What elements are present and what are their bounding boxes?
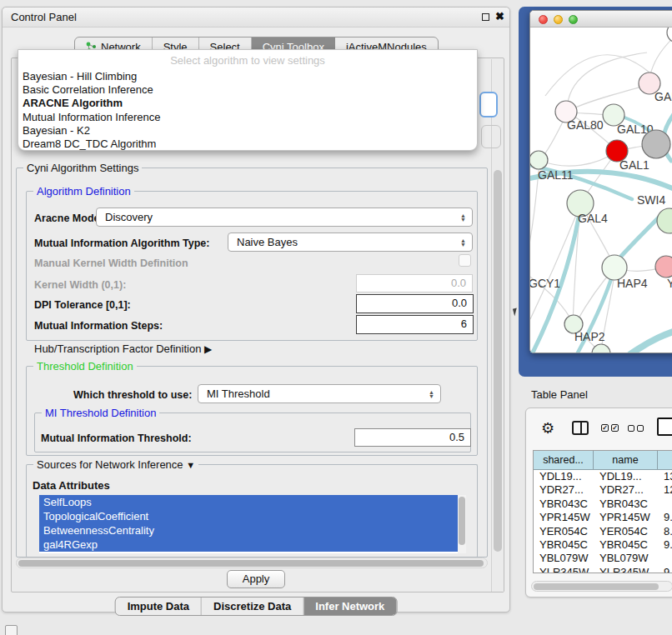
table-panel-title: Table Panel [531, 388, 588, 401]
table-scrollbar-thumb[interactable] [534, 583, 659, 590]
deselect-all-icon[interactable] [628, 425, 644, 432]
mi-algorithm-type-combo[interactable]: Naive Bayes ▲▼ [228, 232, 473, 252]
column-header-name[interactable]: name [594, 451, 658, 469]
gear-icon[interactable]: ⚙ [541, 419, 554, 438]
data-attribute-item[interactable]: TopologicalCoefficient [39, 509, 458, 523]
zoom-traffic-light[interactable] [569, 15, 578, 24]
tab-impute-data[interactable]: Impute Data [116, 598, 202, 615]
tab-discretize-data[interactable]: Discretize Data [202, 598, 303, 615]
table-cell: YPR145W [594, 511, 658, 524]
vertical-scrollbar-thumb[interactable] [494, 170, 502, 552]
sources-toggle[interactable]: Sources for Network Inference ▼ [33, 458, 198, 471]
table-cell: 8. [658, 525, 672, 538]
dpi-tolerance-label: DPI Tolerance [0,1]: [34, 299, 131, 311]
control-panel-title: Control Panel [11, 11, 77, 23]
node-table[interactable]: shared... name A YDL19...YDL19...13YDR27… [533, 450, 672, 573]
manual-kernel-checkbox[interactable] [459, 254, 471, 267]
table-function-icon[interactable] [657, 418, 672, 436]
expanded-arrow-icon: ▼ [186, 460, 195, 470]
data-attributes-label: Data Attributes [33, 479, 110, 492]
stepper-arrows-icon: ▲▼ [429, 390, 434, 398]
network-node[interactable] [667, 28, 672, 42]
table-row[interactable]: YBR045CYBR045C9. [534, 538, 672, 552]
table-row[interactable]: YPR145WYPR145W9. [534, 511, 672, 524]
close-traffic-light[interactable] [539, 15, 548, 24]
network-node-swi4[interactable] [657, 208, 672, 233]
table-row[interactable]: YBR043CYBR043C [534, 498, 672, 511]
network-node[interactable] [642, 130, 670, 158]
horizontal-scrollbar[interactable] [16, 558, 488, 568]
minimized-panel-icon[interactable] [5, 625, 18, 635]
minimize-traffic-light[interactable] [554, 15, 563, 24]
inference-algorithm-combo-fragment[interactable] [479, 92, 498, 118]
data-attribute-item[interactable]: BetweennessCentrality [39, 523, 458, 538]
network-window: GALGAL80GAL10GAL1GAL11GAL4SWI4GCY1HAP4YH… [529, 10, 672, 353]
kernel-width-field[interactable]: 0.0 [356, 274, 473, 292]
group-title: MI Threshold Definition [42, 407, 159, 419]
list-scrollbar[interactable] [458, 495, 466, 553]
table-header-row: shared... name A [534, 451, 672, 470]
mouse-cursor [513, 308, 519, 317]
data-attribute-item[interactable]: gal4RGexp [39, 538, 458, 552]
which-threshold-combo[interactable]: MI Threshold ▲▼ [198, 384, 441, 403]
mi-threshold-field[interactable]: 0.5 [354, 428, 471, 447]
stepper-arrows-icon: ▲▼ [460, 238, 466, 247]
table-horizontal-scrollbar[interactable] [531, 581, 672, 592]
screen: Control Panel ✖ Network Style Select Cyn… [0, 0, 672, 635]
table-cell: YDL19... [534, 470, 594, 483]
data-attributes-list[interactable]: SelfLoopsTopologicalCoefficientBetweenne… [39, 495, 466, 553]
mi-threshold-label: Mutual Information Threshold: [41, 432, 192, 444]
network-node-gal11[interactable] [530, 151, 548, 169]
control-panel-titlebar: Control Panel ✖ [3, 8, 509, 28]
algorithm-menu-item[interactable]: Bayesian - Hill Climbing [18, 70, 477, 83]
algorithm-menu-item[interactable]: ARACNE Algorithm [18, 97, 477, 110]
algorithm-dropdown-prompt: Select algorithm to view settings [18, 54, 477, 70]
kernel-width-label: Kernel Width (0,1): [34, 279, 126, 291]
tab-infer-network[interactable]: Infer Network [303, 598, 396, 615]
dpi-tolerance-field[interactable]: 0.0 [356, 294, 474, 313]
group-title: Cyni Algorithm Settings [23, 162, 142, 174]
algorithm-menu-item[interactable]: Dream8 DC_TDC Algorithm [18, 138, 477, 151]
column-header-shared-name[interactable]: shared... [534, 451, 594, 469]
horizontal-scrollbar-thumb[interactable] [18, 560, 484, 567]
column-selector-icon[interactable] [572, 421, 589, 435]
mi-steps-field[interactable]: 6 [356, 315, 474, 334]
node-label: GAL1 [619, 158, 649, 172]
table-row[interactable]: YDR27...YDR27...12 [534, 483, 672, 497]
algorithm-menu-item[interactable]: Mutual Information Inference [18, 111, 477, 124]
aracne-mode-label: Aracne Mode: [34, 212, 103, 224]
table-cell: 12 [658, 483, 672, 497]
which-threshold-label: Which threshold to use: [73, 389, 192, 401]
cyni-bottom-tabs: Impute Data Discretize Data Infer Networ… [115, 597, 398, 616]
network-node-y[interactable] [655, 256, 672, 278]
list-scrollbar-thumb[interactable] [459, 497, 465, 545]
table-row[interactable]: YBL079WYBL079W [534, 552, 672, 565]
network-canvas[interactable]: GALGAL80GAL10GAL1GAL11GAL4SWI4GCY1HAP4YH… [530, 28, 672, 352]
node-label: GAL80 [567, 118, 604, 132]
table-row[interactable]: YLR345WYLR345W9. [534, 566, 672, 573]
column-header-partial[interactable]: A [658, 451, 672, 469]
checked-box-icon: ✓ [611, 424, 619, 432]
group-title: Threshold Definition [33, 360, 137, 372]
algorithm-menu-item[interactable]: Basic Correlation Inference [18, 83, 477, 97]
node-label: Y [667, 277, 672, 290]
table-row[interactable]: YER054CYER054C8. [534, 525, 672, 538]
hub-tf-definition-toggle[interactable]: Hub/Transcription Factor Definition ▶ [34, 342, 212, 355]
select-all-icon[interactable]: ✓ ✓ [601, 424, 619, 432]
aracne-mode-combo[interactable]: Discovery ▲▼ [96, 208, 473, 227]
control-panel-window: Control Panel ✖ Network Style Select Cyn… [2, 7, 510, 612]
close-panel-icon[interactable]: ✖ [495, 10, 504, 22]
apply-button[interactable]: Apply [227, 570, 285, 588]
group-box-fragment [481, 125, 501, 148]
node-label: SWI4 [637, 193, 665, 207]
node-label: GAL [654, 90, 672, 103]
table-cell: YER054C [534, 525, 594, 538]
algorithm-menu-item[interactable]: Bayesian - K2 [18, 124, 477, 138]
table-cell: YER054C [594, 525, 658, 538]
float-panel-icon[interactable] [482, 13, 489, 21]
data-attribute-item[interactable]: SelfLoops [39, 495, 458, 509]
table-row[interactable]: YDL19...YDL19...13 [534, 470, 672, 483]
table-cell: YDL19... [594, 470, 658, 483]
mi-steps-label: Mutual Information Steps: [34, 320, 163, 332]
network-node[interactable] [592, 344, 610, 352]
